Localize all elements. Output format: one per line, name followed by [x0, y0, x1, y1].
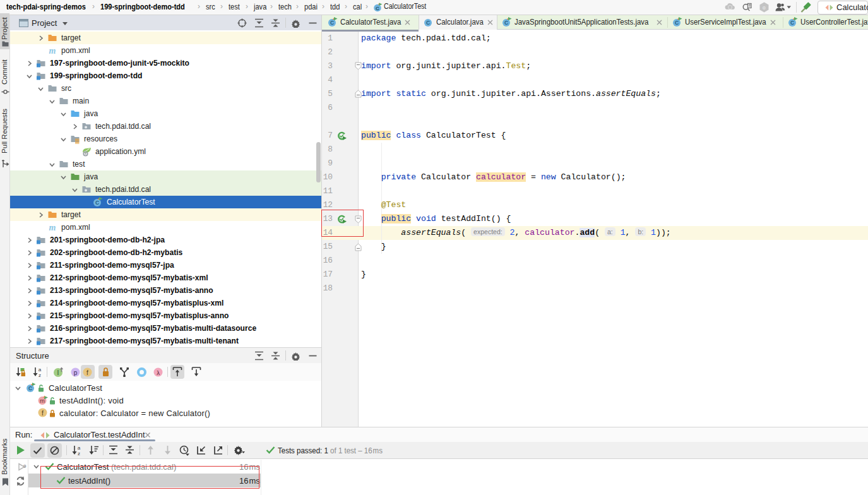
svg-text:λ: λ: [157, 369, 160, 376]
svg-text:z: z: [78, 451, 80, 456]
svg-text:a: a: [78, 445, 81, 451]
svg-text:C: C: [426, 20, 430, 26]
svg-text:C: C: [504, 20, 508, 26]
svg-text:z: z: [39, 373, 41, 378]
svg-text:⚙: ⚙: [762, 6, 766, 10]
svg-text:p: p: [74, 369, 78, 376]
svg-text:m: m: [40, 397, 45, 404]
svg-text:C: C: [95, 200, 99, 206]
svg-text:f: f: [86, 369, 88, 376]
svg-text:C: C: [675, 20, 679, 26]
svg-text:C: C: [330, 20, 334, 26]
svg-text:C: C: [28, 385, 32, 391]
svg-text:a: a: [39, 367, 42, 373]
svg-text:9: 9: [23, 463, 27, 469]
svg-text:C: C: [376, 6, 379, 11]
svg-text:f: f: [42, 410, 44, 417]
svg-text:C: C: [790, 20, 794, 26]
svg-text:m: m: [49, 223, 56, 232]
svg-text:I: I: [57, 369, 59, 376]
svg-text:m: m: [49, 46, 56, 56]
